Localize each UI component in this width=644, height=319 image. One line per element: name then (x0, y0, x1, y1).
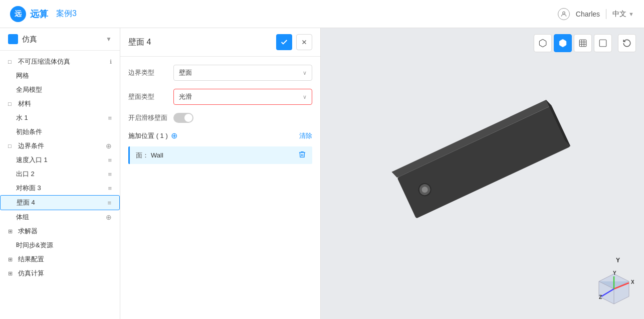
location-clear-button[interactable]: 清除 (299, 131, 312, 140)
toggle-knob (184, 114, 192, 122)
logo-icon: 远 (10, 6, 26, 22)
sidebar-item-wall4[interactable]: 壁面 4 ≡ (0, 195, 120, 210)
panel-header: 壁面 4 (120, 28, 320, 57)
sliding-wall-label: 开启滑移壁面 (128, 113, 173, 122)
header-divider (606, 9, 606, 19)
reorder-icon[interactable]: ≡ (108, 156, 112, 164)
sidebar-item-mesh[interactable]: 网格 (0, 69, 120, 83)
user-icon (558, 8, 570, 20)
location-delete-icon[interactable] (298, 150, 306, 160)
sidebar-item-time-resource[interactable]: 时间步&资源 (0, 238, 120, 252)
wall-type-label: 壁面类型 (128, 92, 173, 101)
solid-view-button[interactable] (554, 34, 572, 52)
item-label: 对称面 3 (16, 184, 108, 193)
sidebar-item-water1[interactable]: 水 1 ≡ (0, 111, 120, 125)
boundary-type-select[interactable]: 壁面 ∨ (173, 65, 312, 81)
chevron-down-icon: ∨ (303, 94, 307, 100)
location-title: 施加位置 ( 1 ) (128, 131, 168, 140)
header-left: 远 远算 案例3 (10, 6, 77, 22)
sidebar-item-outlet2[interactable]: 出口 2 ≡ (0, 167, 120, 181)
expand-icon: □ (8, 101, 16, 107)
expand-icon: ⊞ (8, 228, 16, 235)
lang-dropdown-icon: ▼ (628, 11, 634, 17)
boundary-type-label: 边界类型 (128, 68, 173, 77)
language-selector[interactable]: 中文 ▼ (612, 10, 634, 19)
logo-text: 远算 (30, 8, 48, 20)
sliding-wall-toggle[interactable] (173, 113, 193, 123)
sidebar-item-materials[interactable]: □ 材料 (0, 97, 120, 111)
add-icon[interactable]: ⊕ (106, 142, 112, 150)
user-name: Charles (576, 10, 600, 18)
location-item: 面： Wall (128, 146, 312, 164)
wireframe-button[interactable] (594, 34, 612, 52)
item-label: 初始条件 (16, 127, 112, 136)
viewport-toolbar (534, 34, 636, 52)
sidebar-title-area: 仿真 (8, 34, 37, 44)
svg-rect-3 (579, 40, 586, 47)
expand-icon: □ (8, 143, 16, 149)
panel-actions (276, 34, 312, 50)
language-label: 中文 (612, 10, 626, 19)
panel-content: 边界类型 壁面 ∨ 壁面类型 光滑 ∨ 开启滑移壁面 (120, 57, 320, 319)
reorder-icon[interactable]: ≡ (108, 171, 112, 178)
confirm-button[interactable] (276, 34, 292, 50)
wall-type-row: 壁面类型 光滑 ∨ (128, 89, 312, 105)
panel: 壁面 4 边界类型 壁面 ∨ (120, 28, 321, 319)
item-label: 边界条件 (18, 141, 104, 150)
close-button[interactable] (296, 34, 312, 50)
sidebar: 仿真 ▼ □ 不可压缩流体仿真 ℹ 网格 全局模型 □ 材料 水 1 (0, 28, 120, 319)
axis-svg: X Y Z (594, 269, 634, 309)
location-face-prefix: 面： (136, 151, 149, 160)
sidebar-item-solver[interactable]: ⊞ 求解器 (0, 224, 120, 238)
wireframe-solid-button[interactable] (574, 34, 592, 52)
boundary-type-row: 边界类型 壁面 ∨ (128, 65, 312, 81)
3d-shape (370, 95, 595, 238)
perspective-button[interactable] (534, 34, 552, 52)
wall-type-select[interactable]: 光滑 ∨ (173, 89, 312, 105)
y-axis-label: Y (616, 257, 620, 264)
reorder-icon[interactable]: ≡ (108, 114, 112, 122)
project-name[interactable]: 案例3 (56, 9, 77, 19)
boundary-type-value: 壁面 (179, 68, 192, 77)
add-icon[interactable]: ⊕ (106, 213, 112, 221)
sliding-wall-row: 开启滑移壁面 (128, 113, 312, 123)
item-label: 仿真计算 (18, 269, 112, 278)
sim-cube-icon (8, 34, 18, 44)
sidebar-item-global-model[interactable]: 全局模型 (0, 83, 120, 97)
svg-rect-4 (599, 40, 606, 47)
location-wall-name: Wall (151, 151, 298, 159)
wall-type-value: 光滑 (179, 92, 192, 101)
section-title: 施加位置 ( 1 ) ⊕ (128, 131, 177, 140)
sidebar-item-velocity-inlet[interactable]: 速度入口 1 ≡ (0, 153, 120, 167)
reorder-icon[interactable]: ≡ (107, 199, 111, 207)
item-label: 体组 (16, 213, 104, 222)
item-label: 时间步&资源 (16, 241, 112, 250)
expand-icon: □ (8, 59, 16, 65)
axis-widget: X Y Z (594, 269, 634, 309)
item-label: 水 1 (16, 113, 108, 122)
reorder-icon[interactable]: ≡ (108, 185, 112, 192)
item-label: 速度入口 1 (16, 155, 108, 165)
reset-view-button[interactable] (618, 34, 636, 52)
sidebar-item-incompressible[interactable]: □ 不可压缩流体仿真 ℹ (0, 55, 120, 69)
item-label: 壁面 4 (17, 198, 107, 207)
location-add-icon[interactable]: ⊕ (171, 131, 177, 140)
header-right: Charles 中文 ▼ (558, 8, 634, 20)
sidebar-content: □ 不可压缩流体仿真 ℹ 网格 全局模型 □ 材料 水 1 ≡ 初始条件 (0, 51, 120, 319)
sidebar-item-body-group[interactable]: 体组 ⊕ (0, 210, 120, 224)
chevron-down-icon: ∨ (303, 70, 307, 76)
header: 远 远算 案例3 Charles 中文 ▼ (0, 0, 644, 28)
item-label: 网格 (16, 71, 112, 80)
item-label: 出口 2 (16, 170, 108, 179)
logo: 远 远算 (10, 6, 48, 22)
item-label: 不可压缩流体仿真 (18, 57, 108, 66)
sidebar-item-boundary-conditions[interactable]: □ 边界条件 ⊕ (0, 139, 120, 153)
sidebar-item-initial-conditions[interactable]: 初始条件 (0, 125, 120, 139)
sidebar-dropdown-icon[interactable]: ▼ (106, 36, 112, 43)
info-icon: ℹ (110, 59, 112, 65)
sidebar-item-result-config[interactable]: ⊞ 结果配置 (0, 252, 120, 266)
svg-text:Z: Z (599, 294, 602, 300)
sidebar-item-sim-compute[interactable]: ⊞ 仿真计算 (0, 266, 120, 280)
sidebar-item-symmetry3[interactable]: 对称面 3 ≡ (0, 181, 120, 195)
item-label: 结果配置 (18, 255, 112, 264)
